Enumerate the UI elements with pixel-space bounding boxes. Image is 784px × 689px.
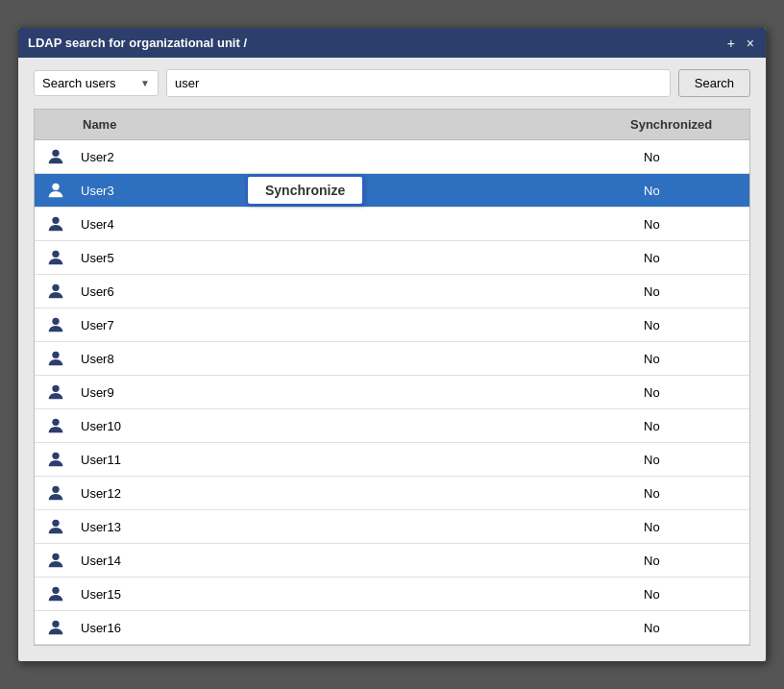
- toolbar: Search users ▼ Search: [18, 58, 766, 109]
- row-sync-status: No: [634, 176, 749, 206]
- ldap-dialog: LDAP search for organizational unit / + …: [17, 27, 767, 662]
- close-button[interactable]: ×: [745, 37, 756, 50]
- row-sync-status: No: [634, 479, 749, 508]
- dialog-title: LDAP search for organizational unit /: [28, 36, 247, 50]
- user-icon: [35, 275, 77, 308]
- row-name: User15: [77, 579, 634, 609]
- table-row[interactable]: User2No: [35, 140, 749, 174]
- svg-point-7: [52, 385, 59, 392]
- user-icon: [35, 443, 77, 476]
- row-name: User4: [77, 209, 634, 239]
- row-sync-status: No: [634, 142, 749, 172]
- row-sync-status: No: [634, 243, 749, 273]
- user-icon: [35, 174, 77, 207]
- row-name: User10: [77, 411, 634, 441]
- svg-point-2: [52, 217, 59, 224]
- svg-point-3: [52, 251, 59, 258]
- title-bar: LDAP search for organizational unit / + …: [18, 28, 766, 58]
- user-icon: [35, 578, 77, 610]
- user-icon: [35, 544, 77, 577]
- svg-point-12: [52, 554, 59, 560]
- table-row[interactable]: User12No: [35, 477, 749, 510]
- table-row[interactable]: User10No: [35, 409, 749, 443]
- user-icon: [35, 477, 77, 509]
- svg-point-10: [52, 486, 59, 493]
- row-name: User2: [77, 142, 634, 172]
- table-row[interactable]: User3NoSynchronize: [35, 174, 749, 208]
- search-input[interactable]: [166, 69, 671, 97]
- user-icon: [35, 409, 77, 442]
- row-sync-status: No: [634, 512, 749, 542]
- svg-point-5: [52, 318, 59, 325]
- table-row[interactable]: User11No: [35, 443, 749, 477]
- user-icon: [35, 140, 77, 173]
- search-type-dropdown[interactable]: Search users ▼: [34, 70, 159, 96]
- row-name: User13: [77, 512, 634, 542]
- user-icon: [35, 241, 77, 274]
- table-row[interactable]: User8No: [35, 342, 749, 376]
- svg-point-11: [52, 520, 59, 527]
- row-sync-status: No: [634, 209, 749, 239]
- user-icon: [35, 342, 77, 375]
- header-name: Name: [77, 110, 621, 139]
- row-name: User8: [77, 344, 634, 374]
- table-scroll-area[interactable]: User2No User3NoSynchronize User4No User5…: [35, 140, 749, 645]
- row-name: User5: [77, 243, 634, 273]
- table-header: Name Synchronized: [35, 110, 749, 140]
- svg-point-13: [52, 587, 59, 594]
- row-sync-status: No: [634, 579, 749, 609]
- row-name: User12: [77, 479, 634, 508]
- row-name: User11: [77, 445, 634, 475]
- users-table: Name Synchronized User2No User3NoSynchro…: [34, 109, 750, 646]
- table-row[interactable]: User14No: [35, 544, 749, 578]
- row-sync-status: No: [634, 613, 749, 643]
- table-row[interactable]: User16No: [35, 611, 749, 645]
- table-row[interactable]: User9No: [35, 376, 749, 409]
- svg-point-0: [52, 150, 59, 157]
- table-row[interactable]: User15No: [35, 578, 749, 611]
- row-name: User7: [77, 310, 634, 340]
- user-icon: [35, 308, 77, 341]
- row-sync-status: No: [634, 310, 749, 340]
- svg-point-9: [52, 453, 59, 459]
- user-icon: [35, 208, 77, 240]
- table-row[interactable]: User5No: [35, 241, 749, 275]
- row-sync-status: No: [634, 411, 749, 441]
- user-icon: [35, 510, 77, 543]
- svg-point-1: [52, 184, 59, 190]
- row-name: User9: [77, 378, 634, 407]
- row-name: User14: [77, 546, 634, 576]
- maximize-button[interactable]: +: [725, 37, 737, 50]
- svg-point-8: [52, 419, 59, 426]
- row-sync-status: No: [634, 277, 749, 307]
- row-sync-status: No: [634, 378, 749, 407]
- row-name: User6: [77, 277, 634, 307]
- table-row[interactable]: User4No: [35, 208, 749, 241]
- row-sync-status: No: [634, 344, 749, 374]
- search-button[interactable]: Search: [678, 69, 750, 97]
- row-sync-status: No: [634, 546, 749, 576]
- table-row[interactable]: User13No: [35, 510, 749, 544]
- dropdown-label: Search users: [42, 76, 116, 90]
- row-name: User16: [77, 613, 634, 643]
- svg-point-4: [52, 284, 59, 291]
- svg-point-14: [52, 621, 59, 627]
- table-row[interactable]: User7No: [35, 308, 749, 342]
- header-icon-col: [35, 110, 77, 139]
- user-icon: [35, 611, 77, 644]
- user-icon: [35, 376, 77, 408]
- table-row[interactable]: User6No: [35, 275, 749, 308]
- row-sync-status: No: [634, 445, 749, 475]
- svg-point-6: [52, 352, 59, 358]
- synchronize-button[interactable]: Synchronize: [246, 175, 364, 206]
- title-bar-controls: + ×: [725, 37, 756, 50]
- header-synchronized: Synchronized: [621, 110, 736, 139]
- chevron-down-icon: ▼: [140, 78, 150, 88]
